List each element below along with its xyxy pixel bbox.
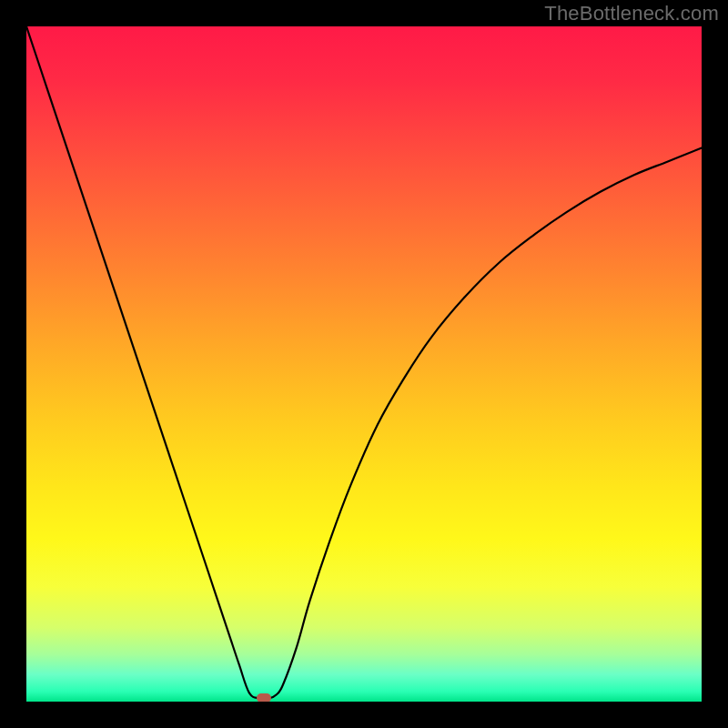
optimum-marker [257,693,271,702]
bottleneck-curve [26,26,702,702]
plot-area [26,26,702,702]
watermark-text: TheBottleneck.com [544,2,719,25]
chart-frame: TheBottleneck.com [0,0,728,728]
